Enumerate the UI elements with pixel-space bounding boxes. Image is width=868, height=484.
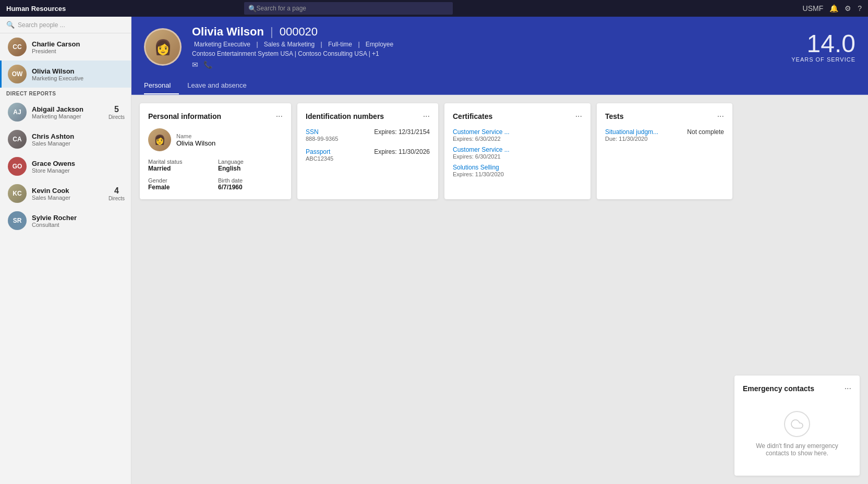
avatar-charlie: CC — [8, 38, 27, 56]
gear-icon[interactable]: ⚙ — [845, 4, 851, 13]
phone-icon[interactable]: 📞 — [203, 60, 212, 69]
sidebar-item-charlie-carson[interactable]: CC Charlie Carson President — [0, 33, 131, 60]
name-label: Name — [176, 133, 215, 139]
personal-info-card: Personal information ··· 👩 Name Olivia W… — [140, 103, 291, 199]
empty-cloud-icon — [784, 411, 810, 437]
person-name: Kevin Cook — [32, 187, 70, 195]
cert-expiry-0: Expires: 6/30/2022 — [453, 136, 582, 142]
card-title-personal: Personal information — [148, 112, 221, 120]
emergency-contacts-card: Emergency contacts ··· We didn't find an… — [734, 376, 860, 476]
avatar-grace: GO — [8, 157, 27, 176]
email-icon[interactable]: ✉ — [192, 60, 198, 69]
global-search-input[interactable] — [257, 5, 449, 12]
sidebar-item-grace-owens[interactable]: GO Grace Owens Store Manager — [0, 153, 131, 180]
avatar-olivia: OW — [8, 65, 27, 83]
tests-card: Tests ··· Situational judgm... Due: 11/3… — [597, 103, 732, 199]
cards-area: Personal information ··· 👩 Name Olivia W… — [131, 95, 868, 484]
test-link-0[interactable]: Situational judgm... — [605, 128, 658, 136]
person-role: Marketing Executive — [32, 75, 83, 81]
top-nav-right: USMF 🔔 ⚙ ? — [803, 4, 862, 13]
person-name: Olivia Wilson — [32, 67, 83, 75]
profile-details: Marketing Executive | Sales & Marketing … — [192, 41, 781, 48]
id-card-menu[interactable]: ··· — [423, 112, 430, 121]
id-numbers-card: Identification numbers ··· SSN 888-99-93… — [297, 103, 438, 199]
person-name: Abigail Jackson — [32, 105, 83, 113]
profile-info: Olivia Wilson | 000020 Marketing Executi… — [192, 25, 781, 69]
profile-name: Olivia Wilson — [192, 25, 264, 39]
cert-expiry-2: Expires: 11/30/2020 — [453, 171, 582, 177]
personal-card-avatar: 👩 — [148, 128, 171, 151]
test-status-0: Not complete — [687, 128, 724, 142]
cert-card-menu[interactable]: ··· — [575, 112, 582, 121]
people-search-input[interactable] — [18, 21, 125, 29]
cert-link-1[interactable]: Customer Service ... — [453, 146, 582, 153]
cert-link-0[interactable]: Customer Service ... — [453, 128, 582, 136]
card-title-id: Identification numbers — [306, 112, 384, 120]
sidebar-item-chris-ashton[interactable]: CA Chris Ashton Sales Manager — [0, 126, 131, 153]
cert-entry-0: Customer Service ... Expires: 6/30/2022 — [453, 128, 582, 142]
help-icon[interactable]: ? — [858, 4, 862, 13]
cert-link-2[interactable]: Solutions Selling — [453, 164, 582, 171]
passport-expires: Expires: 11/30/2026 — [374, 148, 430, 155]
card-title-tests: Tests — [605, 112, 624, 120]
person-role: Store Manager — [32, 167, 75, 174]
id-entry-passport: Passport ABC12345 Expires: 11/30/2026 — [306, 148, 430, 162]
cert-entry-1: Customer Service ... Expires: 6/30/2021 — [453, 146, 582, 160]
passport-link[interactable]: Passport — [306, 148, 333, 155]
tabs: Personal Leave and absence — [131, 77, 868, 95]
people-search[interactable]: 🔍 — [0, 17, 131, 33]
cards-row-main: Personal information ··· 👩 Name Olivia W… — [140, 103, 860, 199]
person-role: Sales Manager — [32, 195, 70, 201]
sidebar-item-olivia-wilson[interactable]: OW Olivia Wilson Marketing Executive — [0, 60, 131, 88]
search-icon: 🔍 — [248, 5, 257, 13]
main-layout: 🔍 CC Charlie Carson President OW Olivia … — [0, 17, 868, 484]
card-title-cert: Certificates — [453, 112, 492, 120]
profile-header: 👩 Olivia Wilson | 000020 Marketing Execu… — [131, 17, 868, 77]
person-name: Chris Ashton — [32, 132, 74, 140]
app-title: Human Resources — [6, 5, 66, 13]
person-name: Sylvie Rocher — [32, 214, 77, 222]
sidebar-item-sylvie-rocher[interactable]: SR Sylvie Rocher Consultant — [0, 207, 131, 234]
person-name: Charlie Carson — [32, 40, 80, 48]
directs-badge: 4 Directs — [108, 186, 125, 201]
profile-id: 000020 — [280, 25, 318, 39]
profile-orgs: Contoso Entertainment System USA | Conto… — [192, 50, 781, 57]
passport-number: ABC12345 — [306, 155, 333, 162]
search-icon-sidebar: 🔍 — [6, 21, 15, 29]
sidebar-item-abigail-jackson[interactable]: AJ Abigail Jackson Marketing Manager 5 D… — [0, 99, 131, 126]
marital-status: Marital status Married — [148, 159, 213, 172]
empty-state: We didn't find any emergency contacts to… — [743, 401, 851, 467]
sidebar-item-kevin-cook[interactable]: KC Kevin Cook Sales Manager 4 Directs — [0, 180, 131, 207]
directs-badge: 5 Directs — [108, 105, 125, 120]
ssn-link[interactable]: SSN — [306, 128, 338, 136]
id-entry-ssn: SSN 888-99-9365 Expires: 12/31/2154 — [306, 128, 430, 142]
global-search[interactable]: 🔍 — [244, 2, 453, 15]
cert-expiry-1: Expires: 6/30/2021 — [453, 153, 582, 160]
emergency-card-menu[interactable]: ··· — [845, 384, 851, 393]
cert-entry-2: Solutions Selling Expires: 11/30/2020 — [453, 164, 582, 177]
tests-card-menu[interactable]: ··· — [717, 112, 724, 121]
test-due-0: Due: 11/30/2020 — [605, 136, 658, 142]
gender: Gender Female — [148, 177, 213, 191]
avatar-chris: CA — [8, 130, 27, 149]
years-number: 14.0 — [791, 31, 855, 56]
years-label: YEARS OF SERVICE — [791, 56, 855, 63]
person-role: Marketing Manager — [32, 113, 83, 119]
name-value: Olivia Wilson — [176, 139, 215, 147]
years-display: 14.0 YEARS OF SERVICE — [791, 31, 855, 63]
avatar-kevin: KC — [8, 184, 27, 203]
bell-icon[interactable]: 🔔 — [829, 4, 838, 13]
user-label: USMF — [803, 4, 824, 13]
personal-info-grid: Marital status Married Language English … — [148, 159, 283, 191]
person-role: President — [32, 48, 80, 54]
tab-leave-absence[interactable]: Leave and absence — [179, 77, 255, 94]
language: Language English — [218, 159, 283, 172]
tab-personal[interactable]: Personal — [144, 77, 179, 94]
profile-avatar: 👩 — [144, 28, 182, 66]
birth-date: Birth date 6/7/1960 — [218, 177, 283, 191]
test-entry-0: Situational judgm... Due: 11/30/2020 Not… — [605, 128, 724, 142]
ssn-expires: Expires: 12/31/2154 — [374, 128, 430, 136]
avatar-sylvie: SR — [8, 211, 27, 230]
person-role: Consultant — [32, 222, 77, 228]
personal-card-menu[interactable]: ··· — [276, 112, 283, 121]
